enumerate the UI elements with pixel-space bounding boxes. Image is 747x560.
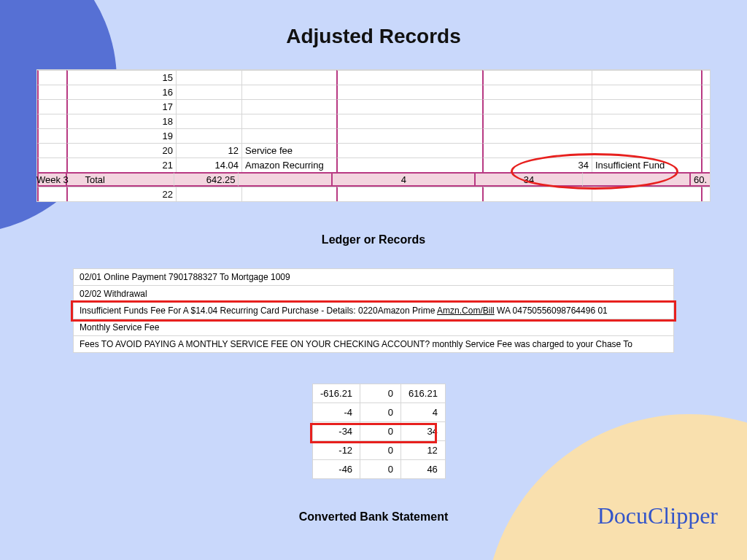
ledger-caption: Ledger or Records bbox=[0, 233, 747, 246]
ledger-row: 17 bbox=[37, 99, 710, 114]
statement-text: Insufficient Funds Fee For A $14.04 Recu… bbox=[80, 306, 608, 316]
table-row: -616.210616.21 bbox=[313, 384, 446, 403]
table-row: -12012 bbox=[313, 441, 446, 460]
statement-row-highlighted: Insufficient Funds Fee For A $14.04 Recu… bbox=[73, 303, 674, 319]
week-label: Week 3 bbox=[36, 174, 69, 185]
statement-row: Monthly Service Fee bbox=[73, 319, 674, 336]
statement-panel: 02/01 Online Payment 7901788327 To Mortg… bbox=[73, 268, 674, 353]
brand-logo: DocuClipper bbox=[597, 502, 718, 529]
statement-row: Fees TO AVOID PAYING A MONTHLY SERVICE F… bbox=[73, 336, 674, 353]
ledger-row: 18 bbox=[37, 114, 710, 128]
ledger-row: 16 bbox=[37, 85, 710, 99]
table-row: -46046 bbox=[313, 460, 446, 479]
ledger-row: 15 bbox=[37, 70, 710, 85]
page-title: Adjusted Records bbox=[0, 25, 747, 48]
ledger-row: 19 bbox=[37, 128, 710, 143]
statement-row: 02/02 Withdrawal bbox=[73, 286, 674, 303]
statement-row: 02/01 Online Payment 7901788327 To Mortg… bbox=[73, 268, 674, 286]
content-wrapper: Adjusted Records 15 16 17 18 19 2012Serv… bbox=[0, 0, 747, 560]
table-row: -404 bbox=[313, 403, 446, 422]
callout-rectangle bbox=[310, 423, 437, 443]
callout-ellipse bbox=[511, 153, 678, 190]
